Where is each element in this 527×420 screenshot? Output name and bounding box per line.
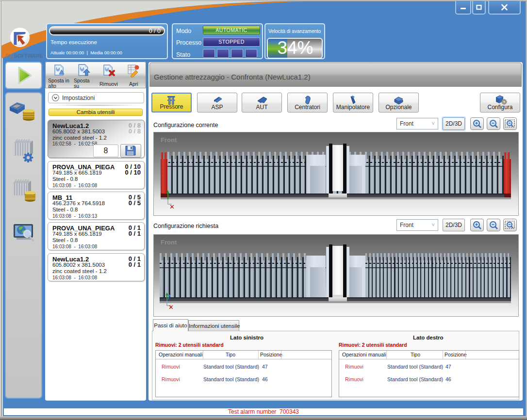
svg-text:✕: ✕ (169, 203, 175, 210)
svg-text:✕: ✕ (168, 304, 174, 310)
